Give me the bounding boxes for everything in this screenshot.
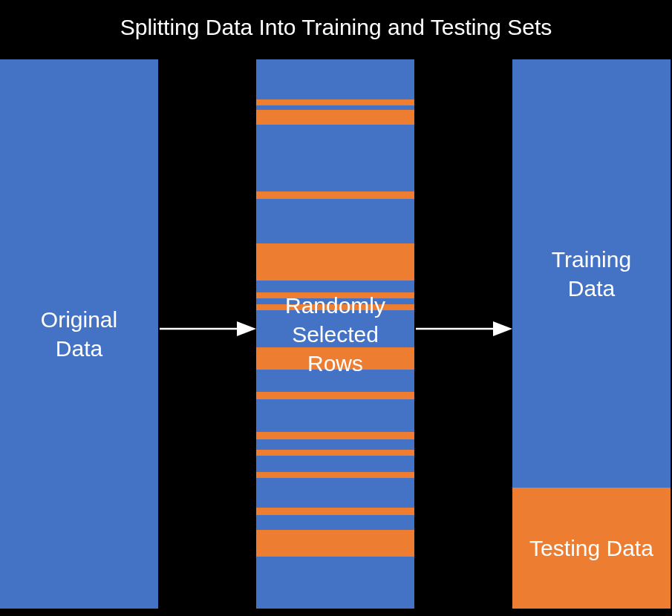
svg-marker-3: [493, 321, 512, 336]
testing-data-section: Testing Data: [512, 488, 671, 609]
stripe-blue: [256, 557, 414, 579]
diagram-title: Splitting Data Into Training and Testing…: [0, 15, 672, 40]
original-data-label: OriginalData: [41, 305, 117, 363]
stripe-orange: [256, 392, 414, 399]
stripe-blue: [256, 456, 414, 472]
stripe-blue: [256, 399, 414, 432]
stripe-blue: [256, 439, 414, 450]
original-data-column: OriginalData: [0, 59, 158, 609]
stripe-orange: [256, 508, 414, 515]
stripe-blue: [256, 478, 414, 508]
stripe-orange: [256, 243, 414, 281]
stripe-orange: [256, 450, 414, 456]
random-rows-column: RandomlySelectedRows: [256, 59, 414, 609]
stripe-orange: [256, 472, 414, 478]
stripe-blue: [256, 199, 414, 243]
random-rows-label: RandomlySelectedRows: [256, 291, 414, 378]
stripe-orange: [256, 191, 414, 199]
split-data-column: TrainingData Testing Data: [512, 59, 671, 609]
stripe-orange: [256, 432, 414, 439]
arrow-2: [416, 319, 512, 338]
training-data-section: TrainingData: [512, 59, 671, 488]
stripe-blue: [256, 125, 414, 191]
stripe-blue: [256, 515, 414, 530]
testing-data-label: Testing Data: [529, 534, 653, 563]
stripe-orange: [256, 99, 414, 105]
stripe-orange: [256, 110, 414, 125]
training-data-label: TrainingData: [552, 245, 631, 303]
svg-marker-1: [237, 321, 256, 336]
stripe-blue: [256, 59, 414, 99]
arrow-1: [160, 319, 256, 338]
stripe-orange: [256, 530, 414, 557]
